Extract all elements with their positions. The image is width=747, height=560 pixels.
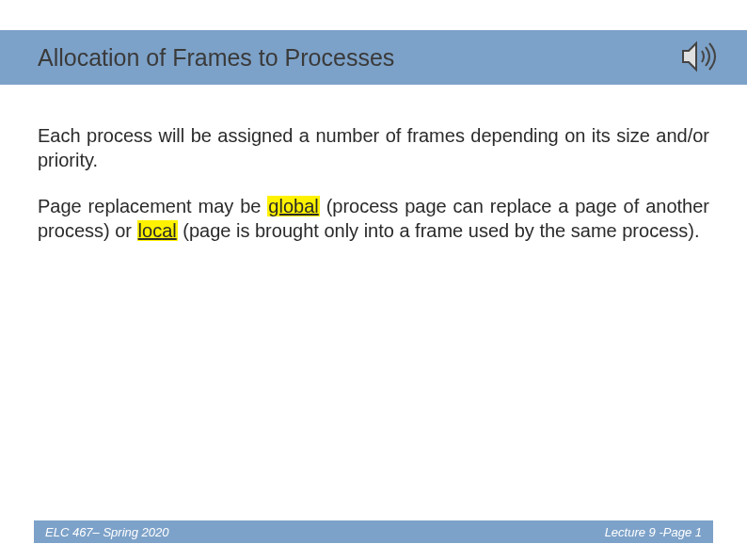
para2-part-c: (page is brought only into a frame used … [178,220,700,241]
highlight-global: global [267,196,319,216]
highlight-local: local [137,220,178,241]
paragraph-2: Page replacement may be global (process … [38,195,709,243]
footer-page: Lecture 9 -Page 1 [605,525,702,539]
para2-part-a: Page replacement may be [38,196,267,216]
slide-body: Each process will be assigned a number o… [38,124,709,243]
speaker-icon [675,34,721,79]
slide-title: Allocation of Frames to Processes [38,44,394,72]
paragraph-1: Each process will be assigned a number o… [38,124,709,172]
footer-bar: ELC 467– Spring 2020 Lecture 9 -Page 1 [34,520,713,543]
footer-course: ELC 467– Spring 2020 [45,525,169,539]
title-bar: Allocation of Frames to Processes [0,30,747,85]
